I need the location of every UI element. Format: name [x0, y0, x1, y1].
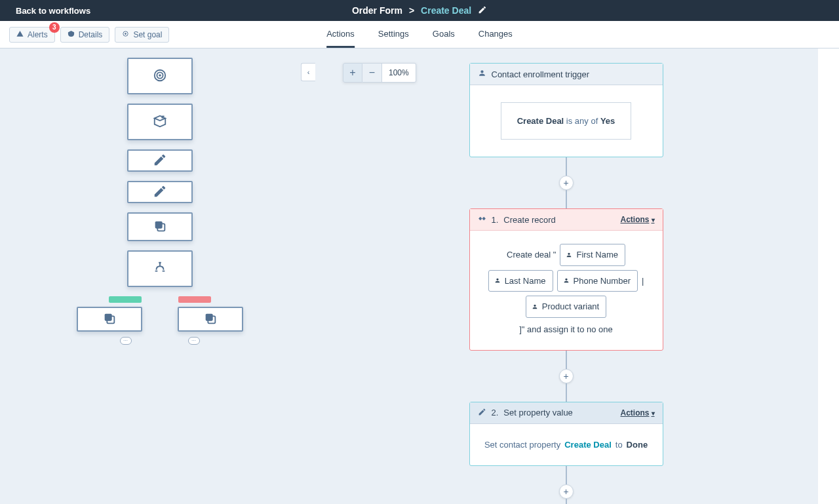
trigger-prop: Create Deal [517, 116, 564, 126]
alerts-badge: 3 [49, 22, 60, 33]
minimap-node-4[interactable] [127, 212, 193, 241]
minimap-branch-right[interactable] [178, 307, 243, 332]
copy-icon [203, 311, 218, 328]
workflow-title: Order Form > Create Deal [352, 5, 487, 16]
set-goal-button[interactable]: Set goal [115, 27, 169, 43]
step1-pre: Create deal " [507, 247, 556, 262]
details-label: Details [79, 30, 103, 39]
trigger-title: Contact enrollment trigger [492, 69, 590, 79]
token-label: Phone Number [574, 273, 631, 288]
breadcrumb-root: Order Form [352, 5, 402, 16]
minimap-node-1[interactable] [127, 104, 193, 140]
alerts-button[interactable]: Alerts 3 [9, 27, 55, 43]
token-label: Product variant [542, 299, 599, 314]
minimap-more-right[interactable] [188, 337, 200, 345]
zoom-controls: + − 100% [343, 63, 416, 83]
tab-goals[interactable]: Goals [433, 21, 455, 48]
step-2-title: Set property value [503, 408, 573, 417]
zoom-level: 100% [382, 63, 416, 83]
token-phone[interactable]: Phone Number [557, 270, 638, 292]
svg-rect-8 [104, 313, 111, 320]
step-2-num: 2. [492, 408, 499, 417]
trigger-val: Yes [600, 116, 615, 126]
person-icon [478, 69, 486, 79]
set-goal-label: Set goal [133, 30, 162, 39]
zoom-in-button[interactable]: + [343, 63, 362, 83]
add-step-button[interactable]: + [559, 484, 574, 499]
edit-icon [478, 408, 486, 418]
tab-settings[interactable]: Settings [378, 21, 409, 48]
workflow-canvas: + − 100% Contact enrollment trigger Crea… [315, 48, 817, 504]
minimap-branch-yes [109, 296, 142, 303]
trigger-condition: Create Deal is any of Yes [501, 102, 632, 140]
step-1-num: 1. [492, 215, 499, 225]
trigger-op: is any of [564, 116, 600, 126]
minimap-node-2[interactable] [127, 149, 193, 172]
chevron-left-icon: ‹ [307, 68, 310, 76]
step2-end: Done [627, 437, 648, 452]
step-1-actions[interactable]: Actions▾ [620, 215, 654, 224]
target-icon [153, 68, 167, 85]
trigger-card[interactable]: Contact enrollment trigger Create Deal i… [469, 63, 663, 157]
svg-point-1 [125, 33, 127, 35]
actions-label: Actions [620, 215, 649, 224]
breadcrumb-separator: > [409, 5, 414, 16]
token-first-name[interactable]: First Name [560, 244, 625, 265]
tab-changes[interactable]: Changes [478, 21, 513, 48]
alerts-label: Alerts [28, 30, 48, 39]
zoom-out-button[interactable]: − [362, 63, 382, 83]
branch-icon [153, 261, 167, 277]
copy-icon [153, 219, 167, 235]
connector [566, 351, 567, 369]
collapse-minimap[interactable]: ‹ [301, 63, 315, 81]
token-label: First Name [576, 247, 618, 262]
add-step-button[interactable]: + [559, 369, 574, 383]
add-step-button[interactable]: + [559, 176, 574, 190]
edit-icon [153, 184, 167, 201]
step-1-card[interactable]: 1. Create record Actions▾ Create deal " … [469, 208, 663, 351]
step2-mid: to [615, 437, 623, 452]
breadcrumb-current: Create Deal [421, 5, 471, 16]
step2-link[interactable]: Create Deal [564, 437, 612, 452]
svg-point-4 [159, 74, 161, 77]
step1-post: ]" and assign it to no one [519, 322, 613, 337]
token-label: Last Name [505, 273, 546, 288]
details-button[interactable]: Details [60, 27, 110, 43]
step-2-card[interactable]: 2. Set property value Actions▾ Set conta… [469, 402, 663, 466]
edit-icon [153, 153, 167, 169]
copy-icon [102, 311, 117, 328]
minimap-trigger-node[interactable] [127, 58, 193, 94]
right-gutter [818, 48, 839, 504]
connector [566, 466, 567, 484]
minimap-branch-node[interactable] [127, 250, 193, 287]
step-2-actions[interactable]: Actions▾ [620, 408, 654, 417]
minimap-branch-no [178, 296, 211, 303]
chevron-down-icon: ▾ [652, 216, 655, 223]
svg-rect-6 [155, 221, 162, 228]
box-x-icon [153, 114, 167, 130]
handshake-icon [478, 214, 486, 225]
details-icon [68, 30, 75, 39]
svg-rect-10 [205, 313, 212, 320]
minimap-branch-left[interactable] [77, 307, 142, 332]
back-to-workflows[interactable]: Back to workflows [16, 6, 90, 16]
minimap-more-left[interactable] [120, 337, 132, 345]
actions-label: Actions [620, 408, 649, 417]
step2-pre: Set contact property [484, 437, 560, 452]
connector [566, 157, 567, 176]
step-1-title: Create record [503, 215, 555, 225]
step1-mid: | [642, 273, 644, 288]
token-last-name[interactable]: Last Name [488, 270, 553, 292]
minimap-panel: ‹ [4, 48, 315, 504]
goal-icon [122, 30, 129, 39]
connector [566, 383, 567, 402]
connector [566, 190, 567, 208]
chevron-down-icon: ▾ [652, 410, 655, 417]
minimap-node-3[interactable] [127, 181, 193, 203]
alert-icon [16, 30, 24, 39]
connector [566, 499, 567, 504]
tab-actions[interactable]: Actions [326, 21, 355, 48]
edit-title-icon[interactable] [478, 5, 487, 16]
token-product-variant[interactable]: Product variant [526, 296, 606, 317]
